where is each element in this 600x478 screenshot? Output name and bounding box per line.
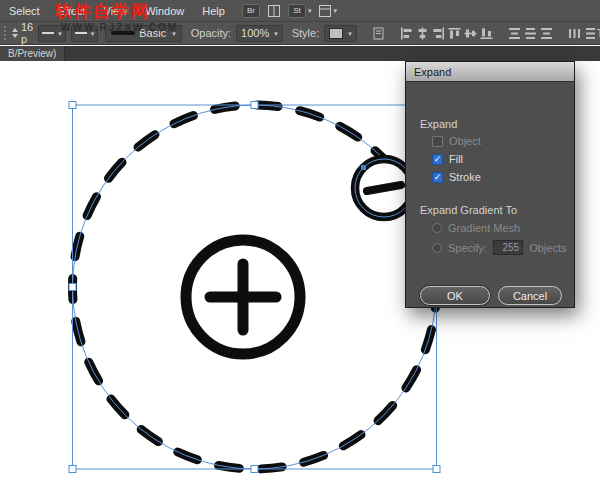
align-horizontal-center-icon [416,27,429,40]
dialog-title: Expand [414,66,451,78]
fill-checkbox-box[interactable] [432,154,443,165]
opacity-label: Opacity: [191,27,231,39]
specify-radio[interactable]: Specify: 255 Objects [432,240,566,255]
opacity-dropdown[interactable]: 100% ▾ [236,25,283,42]
specify-label: Specify: [448,242,487,254]
menu-window[interactable]: Window [136,0,193,21]
style-dropdown[interactable]: ▾ [324,25,357,42]
distribute-top-icon [508,27,521,40]
line-profile-icon [42,32,54,34]
stroke-checkbox[interactable]: Stroke [432,171,481,183]
style-label: Style: [292,27,320,39]
menu-view[interactable]: View [95,0,137,21]
specify-radio-button[interactable] [432,243,442,253]
control-bar: 16 p ▾ ▾ Basic ▾ Opacity: 100% ▾ Style: … [0,22,600,45]
horizontal-spacing-icon [568,27,581,40]
caret-down-icon[interactable]: ▾ [308,7,312,14]
align-right-button[interactable] [432,27,445,40]
artboard[interactable]: Expand Expand Object Fill Stroke Expand … [0,61,600,478]
variable-width-button[interactable]: ▾ [71,25,99,42]
distribute-center-button[interactable] [524,27,537,40]
selection-handle[interactable] [251,466,258,473]
panel-grip-icon[interactable] [4,26,6,40]
gradient-mesh-radio-button[interactable] [432,223,442,233]
objects-label: Objects [529,242,566,254]
selection-handle[interactable] [69,102,76,109]
selection-handle[interactable] [69,466,76,473]
workspace-icon[interactable] [319,5,331,17]
menu-select[interactable]: Select [0,0,49,21]
document-icon [372,27,385,40]
object-checkbox-box[interactable] [432,136,443,147]
caret-down-icon: ▾ [172,30,176,37]
align-left-icon [400,27,413,40]
stroke-checkbox-label: Stroke [449,171,481,183]
align-middle-button[interactable] [464,27,477,40]
document-tab[interactable]: B/Preview) [0,46,65,61]
menu-effect[interactable]: Effect [49,0,95,21]
selection-handle[interactable] [69,284,76,291]
caret-down-icon: ▾ [274,30,278,37]
selection-handle[interactable] [251,102,258,109]
expand-dialog: Expand Expand Object Fill Stroke Expand … [405,61,575,308]
stock-icon[interactable]: St [288,4,306,18]
object-checkbox-label: Object [449,135,481,147]
ok-button[interactable]: OK [420,286,490,305]
caret-down-icon: ▾ [348,30,352,37]
anchor-point[interactable] [361,165,366,170]
align-center-button[interactable] [416,27,429,40]
distribute-spacing-button[interactable] [568,27,581,40]
specify-value-input[interactable]: 255 [493,240,523,255]
align-left-button[interactable] [400,27,413,40]
brush-preview-line-icon [111,31,135,35]
distribute-center-icon [524,27,537,40]
distribute-top-button[interactable] [508,27,521,40]
align-top-icon [448,27,461,40]
document-tab-bar: B/Preview) [0,46,600,61]
vertical-spacing-button[interactable] [584,27,597,40]
distribute-bottom-button[interactable] [540,27,553,40]
gradient-section-label: Expand Gradient To [420,204,517,216]
dialog-body: Expand Object Fill Stroke Expand Gradien… [406,82,574,308]
distribute-bottom-icon [540,27,553,40]
dialog-title-bar[interactable]: Expand [406,62,574,82]
cancel-button[interactable]: Cancel [498,286,562,305]
fill-checkbox-label: Fill [449,153,463,165]
expand-section-label: Expand [420,118,457,130]
menu-help[interactable]: Help [193,0,234,21]
opacity-value: 100% [241,27,269,39]
stroke-checkbox-box[interactable] [432,172,443,183]
gradient-mesh-label: Gradient Mesh [448,222,520,234]
align-top-button[interactable] [448,27,461,40]
style-swatch [329,28,343,39]
caret-down-icon[interactable]: ▾ [333,7,337,14]
stroke-weight-value[interactable]: 16 p [21,21,33,45]
menu-bar: Select Effect View Window Help Br St ▾ ▾ [0,0,600,22]
brush-definition-dropdown[interactable]: Basic ▾ [105,25,181,42]
line-profile-icon [75,32,87,34]
gradient-mesh-radio[interactable]: Gradient Mesh [432,222,520,234]
stroke-weight-stepper[interactable] [12,28,18,38]
width-profile-button[interactable]: ▾ [38,25,66,42]
align-bottom-button[interactable] [480,27,493,40]
caret-down-icon: ▾ [91,30,95,37]
brush-name: Basic [139,27,166,39]
selection-handle[interactable] [433,466,440,473]
align-bottom-icon [480,27,493,40]
fill-checkbox[interactable]: Fill [432,153,463,165]
align-right-icon [432,27,445,40]
bridge-icon[interactable]: Br [242,4,260,18]
align-vertical-middle-icon [464,27,477,40]
object-checkbox[interactable]: Object [432,135,481,147]
caret-down-icon: ▾ [58,30,62,37]
vertical-spacing-icon [584,27,597,40]
arrange-documents-icon[interactable] [268,5,280,17]
document-setup-button[interactable] [372,27,385,40]
